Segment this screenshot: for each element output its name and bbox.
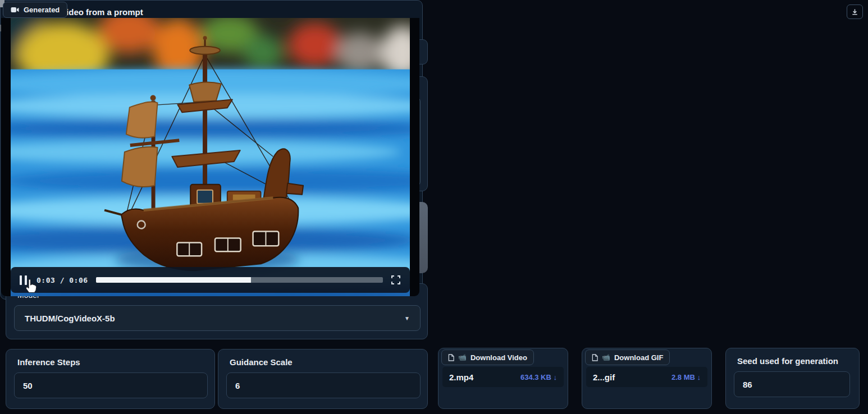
video-frame	[11, 18, 410, 296]
video-controls: 0:03 / 0:06	[11, 267, 410, 293]
video-filename: 2.mp4	[449, 372, 473, 382]
guidance-scale-input[interactable]	[226, 372, 421, 398]
seed-panel: Seed used for generation	[725, 348, 860, 409]
tab-download-video[interactable]: 📹 Download Video	[441, 349, 534, 365]
file-icon	[592, 354, 598, 361]
app-window: Generate a video from a prompt Generate …	[0, 0, 868, 414]
download-arrow-icon: ↓	[554, 373, 558, 381]
gif-file-row[interactable]: 2...gif 2.8 MB ↓	[586, 367, 707, 387]
video-stage[interactable]: 0:03 / 0:06	[1, 18, 419, 296]
gif-filesize-link[interactable]: 2.8 MB ↓	[671, 373, 701, 381]
video-filesize: 634.3 KB	[520, 373, 551, 381]
progress-bar[interactable]	[96, 277, 383, 283]
pause-button[interactable]	[20, 275, 29, 285]
video-camera-emoji-icon: 📹	[602, 353, 610, 361]
download-video-panel: 📹 Download Video 2.mp4 634.3 KB ↓	[438, 348, 568, 409]
tab-generated-label: Generated	[24, 6, 60, 14]
download-icon	[851, 8, 858, 16]
chevron-down-icon: ▼	[404, 315, 410, 321]
download-video-icon-button[interactable]	[847, 4, 863, 19]
gif-filesize: 2.8 MB	[671, 373, 695, 381]
tab-download-video-label: Download Video	[470, 353, 527, 362]
guidance-scale-panel: Guidance Scale	[218, 349, 428, 409]
time-separator: /	[60, 276, 65, 284]
seed-label: Seed used for generation	[737, 356, 838, 366]
inference-steps-panel: Inference Steps	[6, 349, 215, 409]
inference-steps-input[interactable]	[14, 372, 208, 398]
seed-input[interactable]	[734, 371, 850, 397]
time-total: 0:06	[69, 276, 88, 284]
file-icon	[448, 354, 454, 361]
tab-download-gif-label: Download GIF	[614, 353, 663, 362]
download-gif-panel: 📹 Download GIF 2...gif 2.8 MB ↓	[582, 348, 712, 409]
time-display: 0:03 / 0:06	[36, 276, 88, 284]
video-filesize-link[interactable]: 634.3 KB ↓	[520, 373, 557, 381]
gif-filename: 2...gif	[593, 372, 615, 382]
progress-fill	[96, 277, 251, 283]
guidance-scale-label: Guidance Scale	[230, 357, 293, 367]
time-current: 0:03	[36, 276, 55, 284]
model-select[interactable]: THUDM/CogVideoX-5b ▼	[14, 305, 421, 331]
video-camera-icon	[11, 7, 19, 13]
download-arrow-icon: ↓	[697, 373, 701, 381]
video-file-row[interactable]: 2.mp4 634.3 KB ↓	[442, 367, 564, 387]
video-still-toy-ship	[11, 18, 410, 296]
model-selected-value: THUDM/CogVideoX-5b	[25, 314, 115, 323]
generated-video-player: Generated	[0, 0, 423, 300]
fullscreen-button[interactable]	[391, 275, 401, 285]
inference-steps-label: Inference Steps	[17, 357, 80, 367]
tab-download-gif[interactable]: 📹 Download GIF	[585, 349, 670, 365]
video-camera-emoji-icon: 📹	[458, 353, 467, 361]
tab-generated[interactable]: Generated	[3, 2, 67, 18]
